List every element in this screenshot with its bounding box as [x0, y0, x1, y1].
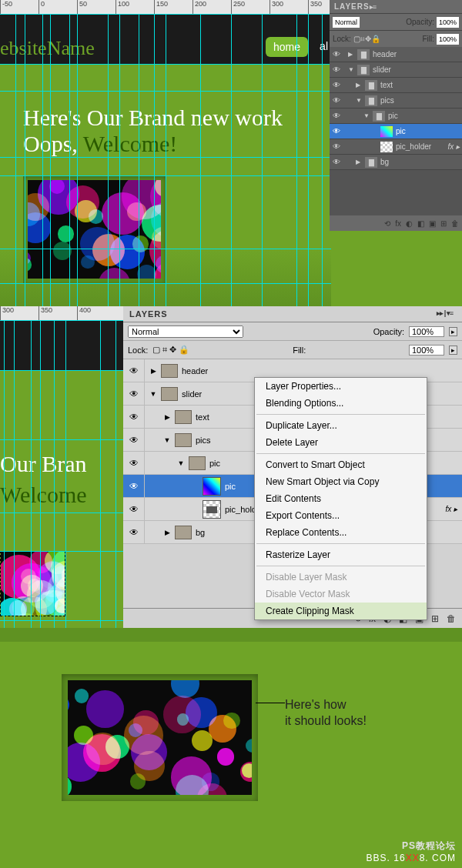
nav-home-button[interactable]: home [266, 37, 308, 57]
visibility-eye-icon[interactable]: 👁 [331, 112, 342, 120]
fill-value[interactable]: 100% [437, 34, 459, 45]
expand-triangle-icon[interactable]: ▶ [163, 529, 171, 536]
visibility-eye-icon[interactable]: 👁 [123, 498, 145, 520]
layer-name: text [380, 81, 393, 89]
menu-separator [256, 543, 425, 544]
visibility-eye-icon[interactable]: 👁 [123, 406, 145, 428]
visibility-eye-icon[interactable]: 👁 [331, 81, 342, 89]
panel-action-icon[interactable]: 🗑 [451, 219, 459, 228]
layer-row[interactable]: 👁▶▇bg [330, 155, 462, 170]
menu-item: Disable Layer Mask [255, 569, 427, 586]
panel-action-icon[interactable]: ⊞ [440, 219, 447, 228]
blend-mode-select[interactable]: Normal [333, 17, 360, 28]
layers-bottom-bar: ⟲fx◐◧▣⊞🗑 [330, 215, 462, 231]
opacity-label-2: Opacity: [373, 327, 404, 336]
expand-triangle-icon[interactable]: ▼ [177, 459, 185, 467]
layer-row[interactable]: 👁pic_holderfx ▸ [330, 139, 462, 155]
canvas[interactable]: ebsiteName home al Here's Our Brand new … [0, 14, 331, 306]
menu-item[interactable]: Rasterize Layer [255, 546, 427, 563]
menu-separator [256, 453, 425, 454]
screenshot-middle: 300350400 Our Bran Welcome LAYERS▸▸ | ▾≡… [0, 306, 462, 628]
menu-separator [256, 414, 425, 415]
panel3-topstrip [0, 628, 462, 642]
menu-separator [256, 566, 425, 566]
panel-action-icon[interactable]: ▣ [429, 219, 436, 228]
layers-panel-small[interactable]: LAYERS▸≡ Normal Opacity: 100% Lock: ▢⌗✥🔒… [330, 0, 462, 231]
panel-action-icon[interactable]: ◧ [417, 219, 424, 228]
menu-item[interactable]: Replace Contents... [255, 524, 427, 541]
fill-flyout-icon[interactable]: ▸ [449, 346, 457, 355]
layers-tab-2[interactable]: LAYERS▸▸ | ▾≡ [123, 306, 462, 322]
menu-item[interactable]: Convert to Smart Object [255, 456, 427, 473]
layer-name: slider [373, 65, 391, 74]
bokeh-image-small [1, 552, 65, 616]
panel-action-icon[interactable]: ⟲ [384, 219, 390, 228]
layer-row[interactable]: 👁▶▇text [330, 78, 462, 93]
layer-name: text [196, 412, 209, 422]
layer-name: header [373, 50, 397, 58]
visibility-eye-icon[interactable]: 👁 [331, 65, 342, 74]
panel-action-icon[interactable]: ⊞ [431, 613, 439, 624]
menu-item[interactable]: New Smart Object via Copy [255, 473, 427, 490]
layer-name: pics [380, 96, 394, 105]
fill-label: Fill: [422, 35, 434, 43]
visibility-eye-icon[interactable]: 👁 [123, 359, 145, 382]
expand-triangle-icon[interactable]: ▶ [163, 413, 171, 421]
opacity-value[interactable]: 100% [437, 17, 459, 28]
visibility-eye-icon[interactable]: 👁 [123, 452, 145, 474]
visibility-eye-icon[interactable]: 👁 [331, 142, 342, 151]
headline-1: Here's Our Brand new work [23, 105, 283, 131]
screenshot-top: -50050100150200250300350400 ebsiteName h… [0, 0, 462, 306]
visibility-eye-icon[interactable]: 👁 [123, 521, 145, 543]
visibility-eye-icon[interactable]: 👁 [331, 50, 342, 58]
blend-mode-select-2[interactable]: Normal [128, 326, 243, 338]
lock-row-2: Lock: ▢ ⌗ ✥ 🔒 Fill: 100% ▸ [123, 341, 462, 359]
menu-item[interactable]: Blending Options... [255, 395, 427, 412]
lock-icons-2[interactable]: ▢ ⌗ ✥ 🔒 [152, 345, 189, 355]
bokeh-image [28, 180, 161, 279]
panel-action-icon[interactable]: ◐ [406, 219, 413, 228]
layer-row[interactable]: 👁pic [330, 124, 462, 139]
nav-item-partial: al [320, 40, 328, 52]
visibility-eye-icon[interactable]: 👁 [331, 158, 342, 166]
menu-item[interactable]: Duplicate Layer... [255, 417, 427, 434]
lock-label: Lock: [333, 35, 351, 43]
layer-row[interactable]: 👁▼▇slider [330, 62, 462, 78]
blend-row-2: Normal Opacity: 100% ▸ [123, 322, 462, 341]
layer-row[interactable]: 👁▼▇pics [330, 93, 462, 108]
panel-action-icon[interactable]: fx [395, 219, 401, 228]
bokeh-selection[interactable] [0, 551, 65, 616]
layer-row[interactable]: 👁▼▇pic [330, 108, 462, 124]
opacity-value-2[interactable]: 100% [409, 326, 444, 337]
panel-menu-icon[interactable]: ▸≡ [370, 3, 376, 11]
lock-row: Lock: ▢⌗✥🔒 Fill: 100% [330, 30, 462, 47]
visibility-eye-icon[interactable]: 👁 [123, 429, 145, 451]
panel-menu-icon[interactable]: ▸▸ | ▾≡ [437, 309, 453, 317]
image-frame [23, 175, 166, 283]
lock-icons[interactable]: ▢⌗✥🔒 [353, 35, 380, 44]
opacity-flyout-icon[interactable]: ▸ [449, 327, 457, 336]
canvas-2[interactable]: Our Bran Welcome [0, 320, 123, 628]
visibility-eye-icon[interactable]: 👁 [123, 475, 145, 497]
visibility-eye-icon[interactable]: 👁 [331, 127, 342, 135]
context-menu[interactable]: Layer Properties...Blending Options...Du… [254, 377, 427, 620]
visibility-eye-icon[interactable]: 👁 [123, 382, 145, 405]
headline-3: Our Bran [0, 451, 86, 477]
menu-item[interactable]: Create Clipping Mask [255, 603, 427, 619]
menu-item[interactable]: Edit Contents [255, 490, 427, 507]
fx-badge[interactable]: fx ▸ [445, 505, 457, 513]
fill-value-2[interactable]: 100% [409, 345, 444, 356]
layer-row[interactable]: 👁▶▇header [330, 47, 462, 62]
panel-action-icon[interactable]: 🗑 [447, 613, 456, 624]
expand-triangle-icon[interactable]: ▶ [149, 367, 157, 375]
folder-icon [189, 456, 206, 470]
folder-icon [161, 387, 178, 401]
layer-name: pics [196, 436, 211, 445]
menu-item[interactable]: Layer Properties... [255, 378, 427, 395]
layers-tab[interactable]: LAYERS▸≡ [330, 0, 462, 13]
menu-item[interactable]: Delete Layer [255, 434, 427, 451]
visibility-eye-icon[interactable]: 👁 [331, 96, 342, 105]
expand-triangle-icon[interactable]: ▼ [149, 390, 157, 398]
expand-triangle-icon[interactable]: ▼ [163, 436, 171, 444]
menu-item[interactable]: Export Contents... [255, 507, 427, 524]
